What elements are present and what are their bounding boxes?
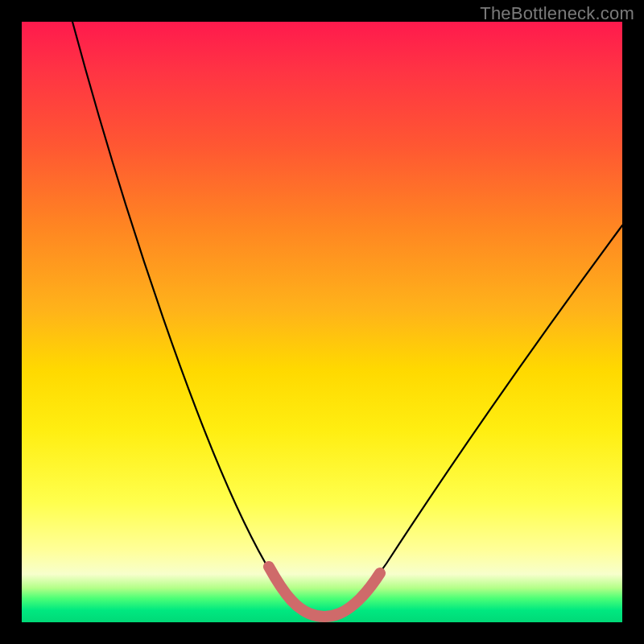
optimal-zone-marker (269, 567, 380, 617)
curve-layer (0, 0, 644, 644)
watermark-text: TheBottleneck.com (480, 3, 634, 24)
chart-frame: TheBottleneck.com (0, 0, 644, 644)
bottleneck-curve (72, 22, 622, 616)
